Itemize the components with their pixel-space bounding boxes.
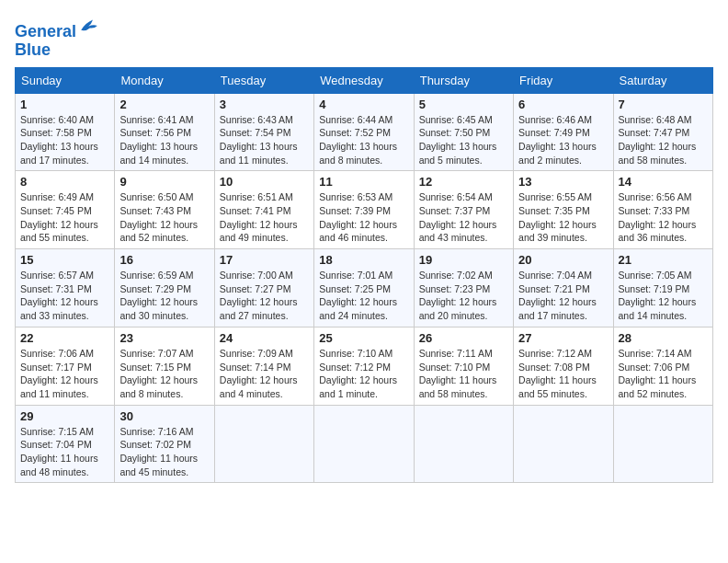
day-number: 16 <box>119 253 209 267</box>
day-number: 12 <box>419 175 508 189</box>
day-number: 1 <box>20 98 109 111</box>
day-number: 21 <box>619 253 708 267</box>
day-info: Sunrise: 6:46 AM Sunset: 7:49 PM Dayligh… <box>518 113 608 167</box>
day-number: 4 <box>319 98 408 111</box>
day-cell <box>514 405 613 483</box>
day-number: 17 <box>220 253 309 267</box>
day-cell: 19 Sunrise: 7:02 AM Sunset: 7:23 PM Dayl… <box>414 249 513 327</box>
day-info: Sunrise: 6:59 AM Sunset: 7:29 PM Dayligh… <box>119 269 209 323</box>
day-cell: 11 Sunrise: 6:53 AM Sunset: 7:39 PM Dayl… <box>314 171 414 249</box>
day-number: 20 <box>518 253 608 267</box>
day-info: Sunrise: 6:57 AM Sunset: 7:31 PM Dayligh… <box>20 269 109 323</box>
day-cell: 23 Sunrise: 7:07 AM Sunset: 7:15 PM Dayl… <box>115 327 214 405</box>
day-info: Sunrise: 7:06 AM Sunset: 7:17 PM Dayligh… <box>20 347 109 401</box>
logo: General Blue <box>15 15 100 60</box>
day-info: Sunrise: 7:12 AM Sunset: 7:08 PM Dayligh… <box>518 347 608 401</box>
page-header: General Blue <box>15 15 713 60</box>
day-info: Sunrise: 6:54 AM Sunset: 7:37 PM Dayligh… <box>419 190 508 245</box>
day-number: 3 <box>220 98 309 111</box>
col-header-sunday: Sunday <box>16 67 115 93</box>
day-cell: 12 Sunrise: 6:54 AM Sunset: 7:37 PM Dayl… <box>414 171 513 249</box>
col-header-saturday: Saturday <box>613 67 712 93</box>
day-number: 11 <box>319 175 408 189</box>
day-info: Sunrise: 6:45 AM Sunset: 7:50 PM Dayligh… <box>419 113 508 167</box>
day-info: Sunrise: 6:51 AM Sunset: 7:41 PM Dayligh… <box>220 190 309 245</box>
day-cell: 24 Sunrise: 7:09 AM Sunset: 7:14 PM Dayl… <box>214 327 313 405</box>
day-number: 26 <box>419 331 508 345</box>
day-info: Sunrise: 6:56 AM Sunset: 7:33 PM Dayligh… <box>619 190 708 245</box>
day-cell: 4 Sunrise: 6:44 AM Sunset: 7:52 PM Dayli… <box>314 93 414 171</box>
day-info: Sunrise: 7:04 AM Sunset: 7:21 PM Dayligh… <box>518 269 608 323</box>
day-number: 7 <box>619 98 708 111</box>
day-cell: 13 Sunrise: 6:55 AM Sunset: 7:35 PM Dayl… <box>514 171 613 249</box>
day-info: Sunrise: 7:16 AM Sunset: 7:02 PM Dayligh… <box>119 425 209 479</box>
week-row-2: 8 Sunrise: 6:49 AM Sunset: 7:45 PM Dayli… <box>16 171 713 249</box>
logo-general: General <box>15 22 76 40</box>
day-info: Sunrise: 7:00 AM Sunset: 7:27 PM Dayligh… <box>220 269 309 323</box>
day-cell: 14 Sunrise: 6:56 AM Sunset: 7:33 PM Dayl… <box>613 171 712 249</box>
day-info: Sunrise: 7:11 AM Sunset: 7:10 PM Dayligh… <box>419 347 508 401</box>
day-number: 30 <box>119 409 209 423</box>
day-number: 18 <box>319 253 408 267</box>
day-cell: 6 Sunrise: 6:46 AM Sunset: 7:49 PM Dayli… <box>514 93 613 171</box>
day-info: Sunrise: 6:53 AM Sunset: 7:39 PM Dayligh… <box>319 190 408 245</box>
day-number: 24 <box>220 331 309 345</box>
day-cell: 1 Sunrise: 6:40 AM Sunset: 7:58 PM Dayli… <box>16 93 115 171</box>
col-header-friday: Friday <box>514 67 613 93</box>
day-cell: 26 Sunrise: 7:11 AM Sunset: 7:10 PM Dayl… <box>414 327 513 405</box>
day-number: 5 <box>419 98 508 111</box>
day-info: Sunrise: 6:55 AM Sunset: 7:35 PM Dayligh… <box>518 190 608 245</box>
day-cell: 9 Sunrise: 6:50 AM Sunset: 7:43 PM Dayli… <box>115 171 214 249</box>
day-cell: 18 Sunrise: 7:01 AM Sunset: 7:25 PM Dayl… <box>314 249 414 327</box>
calendar-table: SundayMondayTuesdayWednesdayThursdayFrid… <box>15 67 713 484</box>
day-cell: 29 Sunrise: 7:15 AM Sunset: 7:04 PM Dayl… <box>16 405 115 483</box>
day-cell: 5 Sunrise: 6:45 AM Sunset: 7:50 PM Dayli… <box>414 93 513 171</box>
day-info: Sunrise: 7:02 AM Sunset: 7:23 PM Dayligh… <box>419 269 508 323</box>
day-cell: 8 Sunrise: 6:49 AM Sunset: 7:45 PM Dayli… <box>16 171 115 249</box>
logo-blue: Blue <box>15 40 51 59</box>
day-cell <box>613 405 712 483</box>
day-info: Sunrise: 7:10 AM Sunset: 7:12 PM Dayligh… <box>319 347 408 401</box>
day-cell: 7 Sunrise: 6:48 AM Sunset: 7:47 PM Dayli… <box>613 93 712 171</box>
day-number: 13 <box>518 175 608 189</box>
day-cell: 15 Sunrise: 6:57 AM Sunset: 7:31 PM Dayl… <box>16 249 115 327</box>
day-number: 28 <box>619 331 708 345</box>
day-number: 15 <box>20 253 109 267</box>
col-header-thursday: Thursday <box>414 67 513 93</box>
day-cell: 3 Sunrise: 6:43 AM Sunset: 7:54 PM Dayli… <box>214 93 313 171</box>
day-cell <box>314 405 414 483</box>
day-info: Sunrise: 6:43 AM Sunset: 7:54 PM Dayligh… <box>220 113 309 167</box>
week-row-3: 15 Sunrise: 6:57 AM Sunset: 7:31 PM Dayl… <box>16 249 713 327</box>
day-info: Sunrise: 7:01 AM Sunset: 7:25 PM Dayligh… <box>319 269 408 323</box>
logo-bird-icon <box>78 15 100 37</box>
day-number: 29 <box>20 409 109 423</box>
day-number: 10 <box>220 175 309 189</box>
day-cell: 20 Sunrise: 7:04 AM Sunset: 7:21 PM Dayl… <box>514 249 613 327</box>
week-row-1: 1 Sunrise: 6:40 AM Sunset: 7:58 PM Dayli… <box>16 93 713 171</box>
day-info: Sunrise: 7:14 AM Sunset: 7:06 PM Dayligh… <box>619 347 708 401</box>
day-number: 14 <box>619 175 708 189</box>
day-info: Sunrise: 6:44 AM Sunset: 7:52 PM Dayligh… <box>319 113 408 167</box>
day-info: Sunrise: 6:50 AM Sunset: 7:43 PM Dayligh… <box>119 190 209 245</box>
day-cell: 30 Sunrise: 7:16 AM Sunset: 7:02 PM Dayl… <box>115 405 214 483</box>
day-info: Sunrise: 6:49 AM Sunset: 7:45 PM Dayligh… <box>20 190 109 245</box>
day-cell: 17 Sunrise: 7:00 AM Sunset: 7:27 PM Dayl… <box>214 249 313 327</box>
col-header-monday: Monday <box>115 67 214 93</box>
day-cell: 21 Sunrise: 7:05 AM Sunset: 7:19 PM Dayl… <box>613 249 712 327</box>
day-cell: 28 Sunrise: 7:14 AM Sunset: 7:06 PM Dayl… <box>613 327 712 405</box>
day-cell: 25 Sunrise: 7:10 AM Sunset: 7:12 PM Dayl… <box>314 327 414 405</box>
day-cell: 10 Sunrise: 6:51 AM Sunset: 7:41 PM Dayl… <box>214 171 313 249</box>
day-info: Sunrise: 7:15 AM Sunset: 7:04 PM Dayligh… <box>20 425 109 479</box>
day-number: 23 <box>119 331 209 345</box>
day-info: Sunrise: 6:40 AM Sunset: 7:58 PM Dayligh… <box>20 113 109 167</box>
day-info: Sunrise: 7:07 AM Sunset: 7:15 PM Dayligh… <box>119 347 209 401</box>
day-info: Sunrise: 7:09 AM Sunset: 7:14 PM Dayligh… <box>220 347 309 401</box>
week-row-4: 22 Sunrise: 7:06 AM Sunset: 7:17 PM Dayl… <box>16 327 713 405</box>
day-number: 27 <box>518 331 608 345</box>
day-number: 22 <box>20 331 109 345</box>
day-number: 9 <box>119 175 209 189</box>
day-cell: 16 Sunrise: 6:59 AM Sunset: 7:29 PM Dayl… <box>115 249 214 327</box>
day-info: Sunrise: 6:48 AM Sunset: 7:47 PM Dayligh… <box>619 113 708 167</box>
day-cell: 22 Sunrise: 7:06 AM Sunset: 7:17 PM Dayl… <box>16 327 115 405</box>
day-number: 19 <box>419 253 508 267</box>
